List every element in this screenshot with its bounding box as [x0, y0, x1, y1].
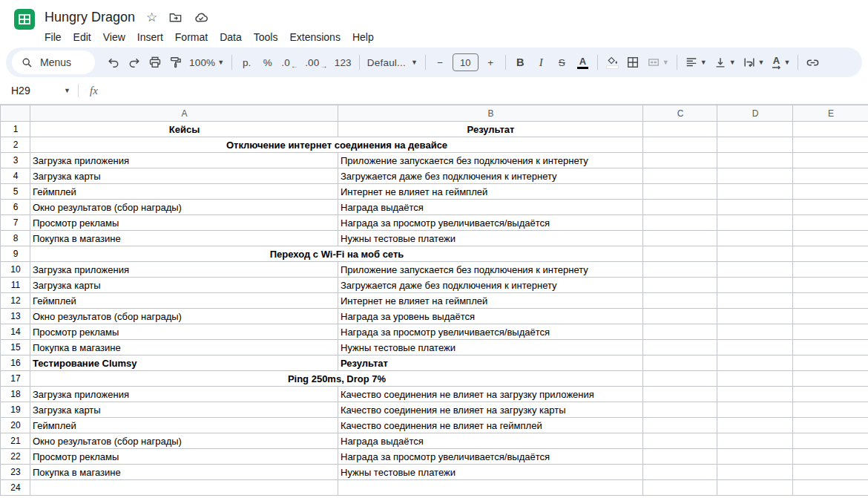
cell-a10[interactable]: Загрузка приложения	[30, 262, 338, 278]
row-header-17[interactable]: 17	[1, 371, 30, 387]
row-header-8[interactable]: 8	[1, 231, 30, 246]
cell-empty[interactable]	[793, 324, 868, 340]
format-percent-button[interactable]: %	[257, 52, 277, 73]
cell-empty[interactable]	[643, 418, 717, 433]
bold-button[interactable]: B	[510, 52, 530, 73]
cell-empty[interactable]	[717, 262, 793, 278]
cell-empty[interactable]	[793, 168, 868, 184]
column-header-d[interactable]: D	[717, 105, 793, 122]
cell-empty[interactable]	[643, 340, 717, 356]
cell-b3[interactable]: Приложение запускается без подключения к…	[338, 153, 643, 168]
select-all-corner[interactable]	[1, 105, 30, 122]
column-header-c[interactable]: C	[643, 105, 717, 122]
cell-a15[interactable]: Покупка в магазине	[30, 340, 338, 356]
cell-empty[interactable]	[717, 402, 793, 418]
cell-empty[interactable]	[643, 324, 717, 340]
cell-empty[interactable]	[793, 262, 868, 278]
row-header-23[interactable]: 23	[1, 465, 30, 480]
cell-b1[interactable]: Результат	[338, 122, 643, 137]
row-header-16[interactable]: 16	[1, 356, 30, 371]
cell-b4[interactable]: Загружается даже без подключения к интер…	[338, 168, 643, 184]
italic-button[interactable]: I	[531, 52, 551, 73]
column-header-b[interactable]: B	[338, 105, 643, 122]
cell-empty[interactable]	[793, 402, 868, 418]
cell-empty[interactable]	[717, 465, 793, 480]
cell-empty[interactable]	[643, 262, 717, 278]
cell-b6[interactable]: Награда выдаётся	[338, 200, 643, 215]
cell-empty[interactable]	[643, 356, 717, 371]
document-title[interactable]: Hungry Dragon	[45, 10, 135, 25]
row-header-19[interactable]: 19	[1, 402, 30, 418]
cell-empty[interactable]	[793, 278, 868, 293]
row-header-21[interactable]: 21	[1, 433, 30, 449]
cell-empty[interactable]	[793, 465, 868, 480]
cell-a4[interactable]: Загрузка карты	[30, 168, 338, 184]
row-header-1[interactable]: 1	[1, 122, 30, 137]
cell-b14[interactable]: Награда за просмотр увеличивается/выдаёт…	[338, 324, 643, 340]
cell-a3[interactable]: Загрузка приложения	[30, 153, 338, 168]
cell-empty[interactable]	[793, 200, 868, 215]
menu-item-help[interactable]: Help	[346, 30, 380, 45]
cell-empty[interactable]	[717, 215, 793, 231]
decrease-decimal-button[interactable]: .0←	[278, 52, 301, 73]
cell-empty[interactable]	[793, 153, 868, 168]
row-header-9[interactable]: 9	[1, 246, 30, 262]
cell-empty[interactable]	[643, 449, 717, 465]
row-header-3[interactable]: 3	[1, 153, 30, 168]
cell-a1[interactable]: Кейсы	[30, 122, 338, 137]
cell-empty[interactable]	[793, 215, 868, 231]
menu-item-format[interactable]: Format	[169, 30, 214, 45]
cell-a11[interactable]: Загрузка карты	[30, 278, 338, 293]
cell-a24[interactable]	[30, 480, 338, 496]
cell-a12[interactable]: Геймплей	[30, 293, 338, 309]
decrease-font-size-button[interactable]: −	[430, 52, 450, 73]
name-box[interactable]: H29 ▼	[11, 85, 78, 96]
cell-a16[interactable]: Тестирование Clumsy	[30, 356, 338, 371]
cell-empty[interactable]	[643, 246, 717, 262]
row-header-12[interactable]: 12	[1, 293, 30, 309]
cell-empty[interactable]	[643, 184, 717, 200]
cell-empty[interactable]	[717, 433, 793, 449]
cell-empty[interactable]	[717, 309, 793, 324]
cell-empty[interactable]	[643, 137, 717, 153]
row-header-18[interactable]: 18	[1, 387, 30, 402]
row-header-13[interactable]: 13	[1, 309, 30, 324]
cell-empty[interactable]	[793, 340, 868, 356]
menu-item-edit[interactable]: Edit	[68, 30, 97, 45]
cell-empty[interactable]	[793, 356, 868, 371]
horizontal-align-button[interactable]: ▼	[682, 52, 710, 73]
cell-empty[interactable]	[793, 418, 868, 433]
cell-a14[interactable]: Просмотр рекламы	[30, 324, 338, 340]
cell-empty[interactable]	[643, 309, 717, 324]
cell-b18[interactable]: Качество соединения не влияет на загрузк…	[338, 387, 643, 402]
print-button[interactable]	[145, 52, 165, 73]
cloud-status-icon[interactable]	[194, 10, 208, 25]
cell-b7[interactable]: Награда за просмотр увеличивается/выдаёт…	[338, 215, 643, 231]
cell-b16[interactable]: Результат	[338, 356, 643, 371]
cell-section-title[interactable]: Ping 250ms, Drop 7%	[30, 371, 643, 387]
cell-empty[interactable]	[793, 184, 868, 200]
cell-empty[interactable]	[717, 371, 793, 387]
zoom-select[interactable]: 100% ▼	[186, 52, 227, 73]
cell-empty[interactable]	[643, 278, 717, 293]
text-color-button[interactable]: A	[573, 52, 593, 73]
cell-empty[interactable]	[643, 293, 717, 309]
row-header-6[interactable]: 6	[1, 200, 30, 215]
increase-font-size-button[interactable]: +	[481, 52, 501, 73]
vertical-align-button[interactable]: ▼	[711, 52, 739, 73]
cell-empty[interactable]	[643, 122, 717, 137]
cell-empty[interactable]	[717, 340, 793, 356]
cell-a18[interactable]: Загрузка приложения	[30, 387, 338, 402]
cell-b20[interactable]: Качество соединения не влияет на геймпле…	[338, 418, 643, 433]
cell-empty[interactable]	[793, 231, 868, 246]
cell-empty[interactable]	[717, 387, 793, 402]
menu-item-tools[interactable]: Tools	[248, 30, 284, 45]
cell-a19[interactable]: Загрузка карты	[30, 402, 338, 418]
cell-empty[interactable]	[643, 402, 717, 418]
cell-empty[interactable]	[717, 231, 793, 246]
cell-empty[interactable]	[717, 278, 793, 293]
cell-empty[interactable]	[643, 215, 717, 231]
cell-empty[interactable]	[643, 387, 717, 402]
paint-format-button[interactable]	[165, 52, 185, 73]
menu-item-view[interactable]: View	[97, 30, 131, 45]
